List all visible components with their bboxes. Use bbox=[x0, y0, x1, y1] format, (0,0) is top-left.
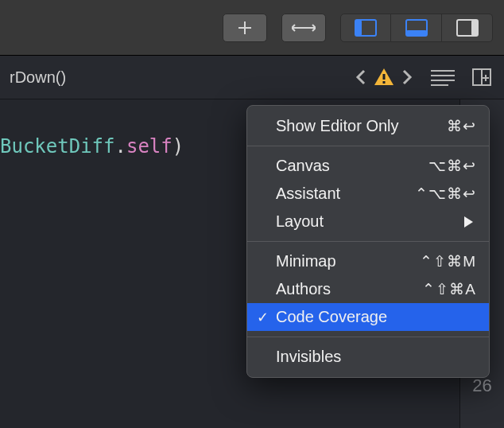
menu-shortcut: ⌃⌥⌘↩︎ bbox=[415, 185, 476, 203]
svg-rect-3 bbox=[406, 30, 427, 36]
bottom-panel-icon bbox=[405, 19, 428, 37]
menu-layout[interactable]: Layout bbox=[247, 208, 489, 235]
menu-canvas[interactable]: Canvas ⌥⌘↩︎ bbox=[247, 152, 489, 180]
menu-shortcut: ⌘↩︎ bbox=[447, 117, 476, 135]
warning-icon bbox=[374, 68, 394, 87]
menu-show-editor-only[interactable]: Show Editor Only ⌘↩︎ bbox=[247, 112, 489, 140]
code-punc: . bbox=[115, 135, 126, 158]
menu-assistant[interactable]: Assistant ⌃⌥⌘↩︎ bbox=[247, 180, 489, 208]
svg-rect-5 bbox=[471, 20, 478, 36]
svg-rect-7 bbox=[383, 81, 386, 84]
menu-label: Show Editor Only bbox=[276, 117, 447, 135]
menu-separator bbox=[247, 146, 489, 146]
code-punc: ) bbox=[173, 135, 184, 158]
history-nav bbox=[355, 68, 413, 87]
add-editor-icon[interactable] bbox=[472, 68, 494, 86]
code-keyword: self bbox=[126, 135, 173, 158]
jump-bar: rDown() bbox=[0, 56, 504, 99]
navigate-button[interactable] bbox=[281, 14, 326, 42]
menu-minimap[interactable]: Minimap ⌃⇧⌘M bbox=[247, 247, 489, 275]
editor-options-menu: Show Editor Only ⌘↩︎ Canvas ⌥⌘↩︎ Assista… bbox=[246, 105, 490, 378]
plus-icon bbox=[238, 21, 252, 35]
menu-label: Code Coverage bbox=[276, 308, 476, 326]
checkmark-icon: ✓ bbox=[257, 309, 269, 326]
menu-authors[interactable]: Authors ⌃⇧⌘A bbox=[247, 275, 489, 303]
menu-label: Assistant bbox=[276, 185, 415, 203]
bottom-panel-toggle[interactable] bbox=[391, 14, 442, 42]
menu-label: Authors bbox=[276, 280, 422, 298]
svg-rect-1 bbox=[355, 20, 362, 36]
line-number: 26 bbox=[472, 375, 491, 396]
right-panel-icon bbox=[456, 19, 479, 37]
editor-options-icon[interactable] bbox=[431, 68, 455, 86]
chevron-right-icon[interactable] bbox=[401, 68, 413, 86]
code-type: BucketDiff bbox=[0, 135, 115, 158]
menu-invisibles[interactable]: Invisibles bbox=[247, 343, 489, 371]
right-panel-toggle[interactable] bbox=[442, 14, 493, 42]
menu-label: Minimap bbox=[276, 252, 420, 270]
left-panel-toggle[interactable] bbox=[340, 14, 391, 42]
menu-separator bbox=[247, 337, 489, 337]
chevron-left-icon[interactable] bbox=[355, 68, 367, 86]
menu-label: Layout bbox=[276, 212, 464, 231]
menu-shortcut: ⌃⇧⌘A bbox=[422, 280, 476, 298]
submenu-arrow-icon bbox=[464, 216, 473, 228]
menu-separator bbox=[247, 241, 489, 242]
menu-label: Invisibles bbox=[276, 348, 476, 366]
menu-label: Canvas bbox=[276, 157, 428, 175]
svg-rect-6 bbox=[383, 74, 386, 80]
menu-shortcut: ⌃⇧⌘M bbox=[420, 252, 476, 270]
left-panel-icon bbox=[355, 19, 377, 37]
add-tab-button[interactable] bbox=[223, 14, 267, 42]
menu-shortcut: ⌥⌘↩︎ bbox=[428, 157, 476, 175]
arrows-icon bbox=[292, 21, 316, 35]
breadcrumb[interactable]: rDown() bbox=[10, 68, 340, 87]
window-toolbar bbox=[0, 0, 504, 56]
menu-code-coverage[interactable]: ✓ Code Coverage bbox=[247, 303, 489, 331]
panel-toggle-group bbox=[340, 14, 493, 42]
